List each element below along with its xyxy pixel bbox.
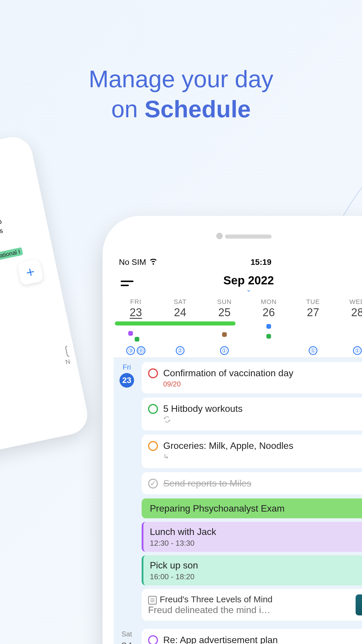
event-dot bbox=[266, 334, 271, 339]
headline-line2-prefix: on bbox=[111, 96, 145, 122]
checkbox-icon[interactable] bbox=[148, 368, 158, 378]
task-card-workouts[interactable]: 5 Hitbody workouts bbox=[142, 398, 362, 430]
task-title: Groceries: Milk, Apple, Noodles bbox=[163, 440, 362, 452]
day-number: 24 bbox=[158, 306, 202, 319]
task-count-badge: ③ bbox=[126, 346, 135, 355]
event-bar bbox=[202, 321, 236, 326]
left-tag-national: National I bbox=[0, 247, 23, 261]
dow-label: FRI bbox=[114, 298, 158, 306]
note-body: Freud delineated the mind i… bbox=[148, 605, 352, 615]
note-thumbnail bbox=[356, 594, 362, 615]
dow-label: WED bbox=[335, 298, 362, 306]
phone-mockup-left: 24 sychoa Re: App Reques 1 o s National … bbox=[0, 133, 91, 461]
event-card-pickup[interactable]: Pick up son 16:00 - 18:20 bbox=[142, 555, 362, 585]
event-bar bbox=[158, 321, 202, 326]
day-col-fri[interactable]: FRI 23 ③ⓔ bbox=[114, 296, 158, 355]
day-badge: 23 bbox=[120, 373, 134, 388]
phone-mockup-main: No SIM 15:19 3 Sep 2022 ⌄ bbox=[103, 216, 362, 644]
phone-camera bbox=[216, 233, 223, 239]
checkbox-icon[interactable] bbox=[148, 635, 158, 644]
day-col-sun[interactable]: SUN 25 ① bbox=[202, 296, 247, 355]
day-number: 24 bbox=[114, 640, 140, 644]
wifi-icon bbox=[149, 257, 158, 267]
task-count-badge: ① bbox=[353, 346, 362, 355]
schedule-list[interactable]: Fri 23 Confirmation of vaccination day 0… bbox=[114, 358, 362, 644]
task-due-date: 09/20 bbox=[163, 380, 362, 388]
day-short: Fri bbox=[114, 363, 140, 371]
month-title[interactable]: Sep 2022 bbox=[223, 274, 274, 287]
left-row-reques: Reques bbox=[0, 227, 3, 239]
day-number: 28 bbox=[335, 306, 362, 319]
checkbox-icon[interactable] bbox=[148, 441, 158, 451]
plus-icon: + bbox=[24, 263, 36, 281]
status-time: 15:19 bbox=[251, 258, 272, 267]
event-title: Lunch with Jack bbox=[150, 526, 362, 538]
event-dot bbox=[222, 332, 227, 337]
task-card-reports[interactable]: Send reports to Miles bbox=[142, 472, 362, 494]
checkbox-icon[interactable] bbox=[148, 404, 158, 414]
event-title: Pick up son bbox=[150, 559, 362, 571]
day-number: 23 bbox=[114, 306, 158, 319]
status-bar: No SIM 15:19 3 bbox=[114, 254, 362, 269]
menu-button[interactable] bbox=[121, 279, 134, 288]
day-col-mon[interactable]: MON 26 bbox=[247, 296, 291, 355]
tab-notes[interactable]: Notes bbox=[62, 343, 82, 366]
note-card-freud[interactable]: Freud's Three Levels of Mind Freud delin… bbox=[142, 589, 362, 621]
repeat-icon bbox=[163, 416, 362, 425]
task-card-vaccination[interactable]: Confirmation of vaccination day 09/20 bbox=[142, 362, 362, 393]
note-icon bbox=[148, 596, 157, 605]
event-card-lunch[interactable]: Lunch with Jack 12:30 - 13:30 bbox=[142, 522, 362, 552]
day-header-sat: Sat 24 bbox=[114, 625, 140, 644]
day-number: 26 bbox=[247, 306, 291, 319]
phone-speaker bbox=[225, 235, 272, 239]
day-short: Sat bbox=[114, 630, 140, 638]
task-card-groceries[interactable]: Groceries: Milk, Apple, Noodles bbox=[142, 435, 362, 468]
day-header-fri: Fri 23 bbox=[114, 358, 140, 388]
notes-label: Notes bbox=[65, 355, 82, 366]
headline-line2-strong: Schedule bbox=[145, 96, 251, 122]
dow-label: TUE bbox=[291, 298, 335, 306]
week-bar[interactable]: FRI 23 ③ⓔ SAT 24 ② SUN 25 bbox=[114, 296, 362, 358]
task-card-adplan[interactable]: Re: App advertisement plan bbox=[142, 629, 362, 644]
task-title: Send reports to Miles bbox=[163, 477, 362, 489]
carrier-label: No SIM bbox=[119, 258, 146, 267]
day-col-wed[interactable]: WED 28 ① bbox=[335, 296, 362, 355]
task-count-badge: ① bbox=[309, 346, 317, 355]
event-card-exam[interactable]: Preparing Phsychoanalyst Exam bbox=[142, 498, 362, 518]
day-number: 25 bbox=[202, 306, 247, 319]
task-title: Re: App advertisement plan bbox=[163, 634, 362, 644]
add-button[interactable]: + bbox=[17, 259, 44, 286]
headline-line1: Manage your day bbox=[89, 66, 273, 92]
event-time: 12:30 - 13:30 bbox=[150, 539, 362, 548]
event-bar bbox=[115, 321, 158, 326]
note-count-badge: ⓔ bbox=[137, 346, 145, 355]
event-dot bbox=[128, 331, 133, 336]
task-count-badge: ① bbox=[220, 346, 229, 355]
event-time: 16:00 - 18:20 bbox=[150, 572, 362, 581]
notes-icon bbox=[65, 344, 78, 357]
dow-label: MON bbox=[247, 298, 291, 306]
dow-label: SUN bbox=[202, 298, 247, 306]
task-title: 5 Hitbody workouts bbox=[163, 403, 362, 414]
task-count-badge: ② bbox=[176, 346, 184, 355]
event-dot bbox=[135, 337, 139, 342]
dow-label: SAT bbox=[158, 298, 202, 306]
marketing-headline: Manage your day on Schedule bbox=[0, 64, 362, 124]
checkbox-checked-icon[interactable] bbox=[148, 479, 158, 489]
event-title: Preparing Phsychoanalyst Exam bbox=[150, 503, 362, 514]
day-number: 27 bbox=[291, 306, 335, 319]
day-col-sat[interactable]: SAT 24 ② bbox=[158, 296, 202, 355]
subtask-icon bbox=[163, 453, 362, 463]
note-title: Freud's Three Levels of Mind bbox=[160, 594, 273, 604]
task-title: Confirmation of vaccination day bbox=[163, 367, 362, 379]
day-col-tue[interactable]: TUE 27 ① bbox=[291, 296, 335, 355]
event-dot bbox=[266, 324, 271, 329]
